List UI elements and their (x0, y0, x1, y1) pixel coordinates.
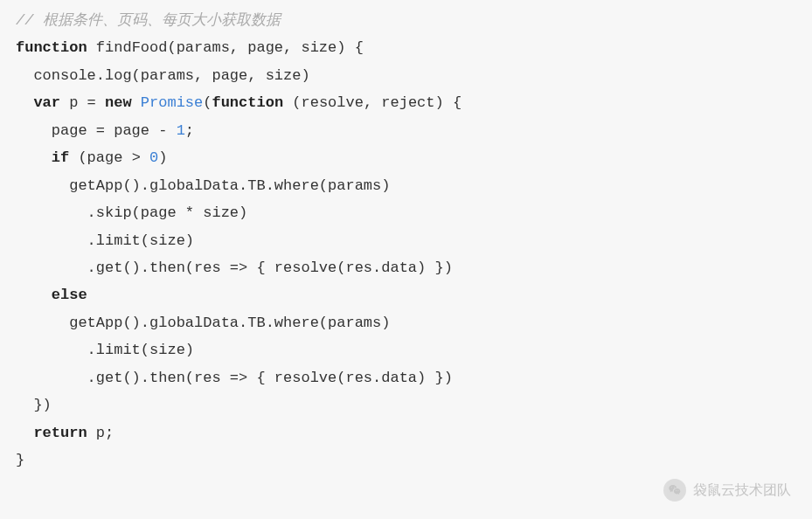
code-token: if (52, 149, 69, 166)
code-token: function (212, 94, 283, 111)
code-token: ( (203, 94, 212, 111)
code-token: .limit(size) (16, 232, 194, 249)
code-token (16, 287, 52, 303)
wechat-icon (663, 479, 686, 502)
code-token: .get().then(res => { resolve(res.data) }… (16, 260, 453, 276)
code-token: (page > (69, 149, 149, 166)
code-token: // 根据条件、页码、每页大小获取数据 (16, 12, 281, 29)
code-token: .get().then(res => { resolve(res.data) }… (16, 370, 453, 386)
code-token: page = page - (16, 122, 177, 139)
code-token: 0 (149, 149, 158, 166)
code-token: else (52, 287, 87, 303)
code-token: ) (158, 149, 167, 166)
code-token: }) (16, 397, 52, 413)
code-token: .limit(size) (16, 342, 194, 358)
code-token: console.log(params, page, size) (16, 67, 310, 84)
code-token (16, 425, 33, 441)
code-token (16, 149, 52, 166)
watermark-text: 袋鼠云技术团队 (693, 477, 791, 503)
code-token: ; (185, 122, 194, 139)
code-token: .skip(page * size) (16, 204, 247, 221)
code-token: function (16, 39, 87, 56)
code-token: p = (60, 94, 105, 111)
watermark: 袋鼠云技术团队 (663, 477, 791, 503)
code-token: getApp().globalData.TB.where(params) (16, 315, 390, 331)
code-snippet: // 根据条件、页码、每页大小获取数据 function findFood(pa… (16, 7, 796, 474)
code-token: 1 (177, 122, 185, 139)
code-token: new (105, 94, 132, 111)
code-token (132, 94, 141, 111)
code-token: p; (87, 425, 115, 441)
code-token (16, 94, 33, 111)
code-token: var (33, 94, 60, 111)
code-token: } (16, 452, 24, 468)
code-token: findFood(params, page, size) { (87, 39, 364, 56)
code-token: Promise (141, 94, 203, 111)
code-token: getApp().globalData.TB.where(params) (16, 177, 390, 194)
code-token: return (33, 425, 87, 441)
code-token: (resolve, reject) { (283, 94, 462, 111)
